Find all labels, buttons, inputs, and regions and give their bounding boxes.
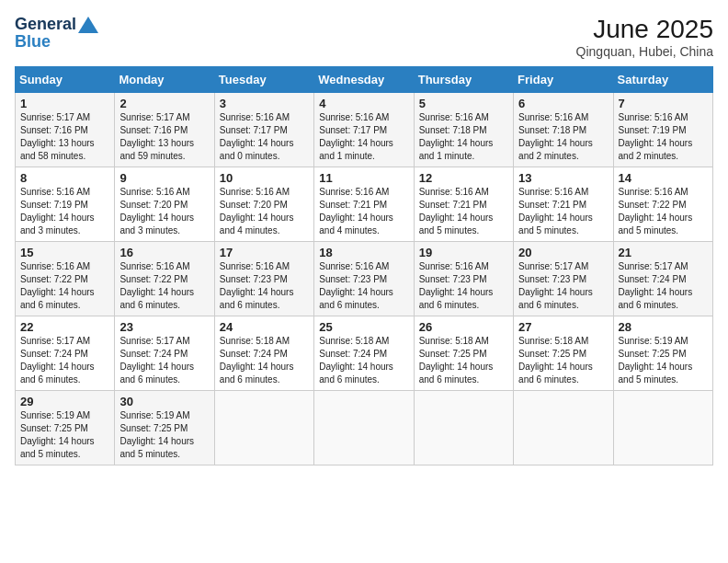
daylight-text: Daylight: 14 hours and 5 minutes. [619,213,693,236]
empty-cell [613,391,712,465]
svg-marker-0 [78,17,98,33]
day-info: Sunrise: 5:18 AMSunset: 7:25 PMDaylight:… [419,335,508,386]
day-number: 20 [518,246,608,259]
sunset-text: Sunset: 7:24 PM [220,349,288,359]
sunset-text: Sunset: 7:21 PM [518,200,586,210]
day-info: Sunrise: 5:16 AMSunset: 7:20 PMDaylight:… [220,186,309,237]
day-info: Sunrise: 5:16 AMSunset: 7:17 PMDaylight:… [220,111,309,163]
day-number: 30 [119,395,209,408]
sunset-text: Sunset: 7:21 PM [319,200,387,210]
day-info: Sunrise: 5:17 AMSunset: 7:23 PMDaylight:… [518,260,608,312]
sunset-text: Sunset: 7:18 PM [518,125,586,135]
sunrise-text: Sunrise: 5:16 AM [419,187,489,197]
sunset-text: Sunset: 7:20 PM [119,200,188,210]
day-cell-26: 26Sunrise: 5:18 AMSunset: 7:25 PMDayligh… [414,316,513,391]
sunrise-text: Sunrise: 5:17 AM [119,112,189,122]
sunrise-text: Sunrise: 5:16 AM [319,261,389,271]
day-cell-2: 2Sunrise: 5:17 AMSunset: 7:16 PMDaylight… [115,93,214,167]
sunrise-text: Sunrise: 5:16 AM [518,112,588,122]
sunrise-text: Sunrise: 5:16 AM [518,187,588,197]
daylight-text: Daylight: 14 hours and 2 minutes. [518,138,593,161]
sunset-text: Sunset: 7:24 PM [119,349,188,359]
daylight-text: Daylight: 14 hours and 6 minutes. [319,362,393,385]
sunrise-text: Sunrise: 5:16 AM [619,112,688,122]
day-cell-30: 30Sunrise: 5:19 AMSunset: 7:25 PMDayligh… [115,391,214,465]
calendar-week-4: 22Sunrise: 5:17 AMSunset: 7:24 PMDayligh… [16,316,713,391]
day-cell-27: 27Sunrise: 5:18 AMSunset: 7:25 PMDayligh… [514,316,613,391]
day-header-saturday: Saturday [613,67,712,93]
day-header-monday: Monday [115,67,214,93]
daylight-text: Daylight: 13 hours and 59 minutes. [119,138,194,161]
day-info: Sunrise: 5:16 AMSunset: 7:18 PMDaylight:… [518,111,608,163]
empty-cell [314,391,414,465]
calendar-header-row: SundayMondayTuesdayWednesdayThursdayFrid… [16,67,713,93]
day-cell-10: 10Sunrise: 5:16 AMSunset: 7:20 PMDayligh… [214,167,313,242]
day-info: Sunrise: 5:19 AMSunset: 7:25 PMDaylight:… [619,335,708,386]
day-info: Sunrise: 5:16 AMSunset: 7:21 PMDaylight:… [518,186,608,237]
day-cell-15: 15Sunrise: 5:16 AMSunset: 7:22 PMDayligh… [16,242,115,316]
sunset-text: Sunset: 7:19 PM [20,200,88,210]
day-number: 3 [220,97,309,110]
day-number: 18 [319,246,408,259]
sunrise-text: Sunrise: 5:17 AM [20,336,90,346]
daylight-text: Daylight: 14 hours and 6 minutes. [419,287,494,310]
sunset-text: Sunset: 7:23 PM [319,274,387,284]
day-cell-13: 13Sunrise: 5:16 AMSunset: 7:21 PMDayligh… [514,167,613,242]
day-info: Sunrise: 5:16 AMSunset: 7:23 PMDaylight:… [319,260,408,312]
daylight-text: Daylight: 14 hours and 3 minutes. [119,213,194,236]
day-header-thursday: Thursday [414,67,513,93]
page-header: General Blue June 2025 Qingquan, Hubei, … [15,15,713,59]
sunrise-text: Sunrise: 5:17 AM [20,112,90,122]
daylight-text: Daylight: 14 hours and 5 minutes. [419,213,494,236]
day-cell-5: 5Sunrise: 5:16 AMSunset: 7:18 PMDaylight… [414,93,513,167]
daylight-text: Daylight: 14 hours and 6 minutes. [20,287,95,310]
sunrise-text: Sunrise: 5:18 AM [319,336,389,346]
sunset-text: Sunset: 7:24 PM [20,349,88,359]
daylight-text: Daylight: 13 hours and 58 minutes. [20,138,95,161]
day-header-tuesday: Tuesday [214,67,313,93]
sunrise-text: Sunrise: 5:19 AM [619,336,688,346]
day-number: 23 [119,320,209,334]
daylight-text: Daylight: 14 hours and 0 minutes. [220,138,294,161]
day-info: Sunrise: 5:18 AMSunset: 7:24 PMDaylight:… [319,335,408,386]
day-cell-7: 7Sunrise: 5:16 AMSunset: 7:19 PMDaylight… [613,93,712,167]
sunset-text: Sunset: 7:25 PM [119,423,188,433]
daylight-text: Daylight: 14 hours and 6 minutes. [518,362,593,385]
sunset-text: Sunset: 7:24 PM [619,274,687,284]
sunset-text: Sunset: 7:25 PM [419,349,487,359]
day-info: Sunrise: 5:16 AMSunset: 7:19 PMDaylight:… [20,186,109,237]
day-info: Sunrise: 5:18 AMSunset: 7:24 PMDaylight:… [220,335,309,386]
daylight-text: Daylight: 14 hours and 5 minutes. [619,362,693,385]
daylight-text: Daylight: 14 hours and 6 minutes. [119,287,194,310]
empty-cell [414,391,513,465]
day-info: Sunrise: 5:17 AMSunset: 7:16 PMDaylight:… [119,111,209,163]
day-info: Sunrise: 5:16 AMSunset: 7:22 PMDaylight:… [619,186,708,237]
sunrise-text: Sunrise: 5:18 AM [419,336,489,346]
day-cell-23: 23Sunrise: 5:17 AMSunset: 7:24 PMDayligh… [115,316,214,391]
empty-cell [514,391,613,465]
sunrise-text: Sunrise: 5:16 AM [119,187,189,197]
daylight-text: Daylight: 14 hours and 3 minutes. [20,213,95,236]
day-cell-16: 16Sunrise: 5:16 AMSunset: 7:22 PMDayligh… [115,242,214,316]
daylight-text: Daylight: 14 hours and 5 minutes. [119,436,194,459]
day-number: 12 [419,171,508,185]
logo-blue-text: Blue [15,32,51,52]
daylight-text: Daylight: 14 hours and 6 minutes. [319,287,393,310]
day-number: 4 [319,97,408,110]
day-number: 22 [20,320,109,334]
sunrise-text: Sunrise: 5:18 AM [518,336,588,346]
day-cell-12: 12Sunrise: 5:16 AMSunset: 7:21 PMDayligh… [414,167,513,242]
day-number: 29 [20,395,109,408]
day-info: Sunrise: 5:16 AMSunset: 7:18 PMDaylight:… [419,111,508,163]
daylight-text: Daylight: 14 hours and 1 minute. [319,138,393,161]
daylight-text: Daylight: 14 hours and 5 minutes. [518,213,593,236]
sunrise-text: Sunrise: 5:19 AM [20,410,90,420]
sunrise-text: Sunrise: 5:16 AM [220,261,290,271]
day-number: 8 [20,171,109,185]
sunset-text: Sunset: 7:18 PM [419,125,487,135]
logo-general-text: General [15,15,76,34]
daylight-text: Daylight: 14 hours and 6 minutes. [419,362,494,385]
day-number: 17 [220,246,309,259]
sunrise-text: Sunrise: 5:16 AM [319,187,389,197]
page-subtitle: Qingquan, Hubei, China [576,44,713,59]
